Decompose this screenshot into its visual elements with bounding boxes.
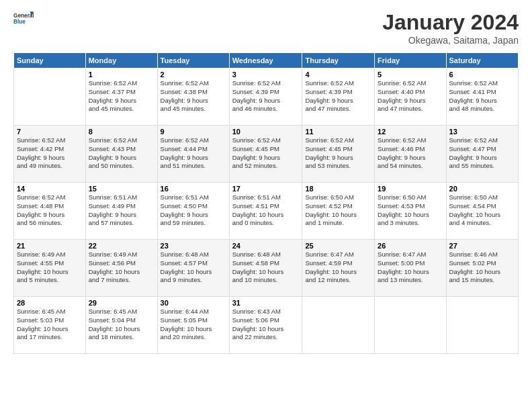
week-row-4: 21Sunrise: 6:49 AMSunset: 4:55 PMDayligh… [14,240,519,297]
day-info: Sunrise: 6:52 AMSunset: 4:48 PMDaylight:… [17,193,83,228]
header-saturday: Saturday [446,53,518,68]
day-number: 15 [89,185,154,193]
day-cell: 9Sunrise: 6:52 AMSunset: 4:44 PMDaylight… [157,126,229,183]
day-cell: 6Sunrise: 6:52 AMSunset: 4:41 PMDaylight… [446,68,518,126]
svg-text:Blue: Blue [13,19,26,25]
day-info: Sunrise: 6:45 AMSunset: 5:03 PMDaylight:… [17,308,83,342]
day-info: Sunrise: 6:52 AMSunset: 4:38 PMDaylight:… [161,79,226,113]
day-number: 19 [378,185,443,193]
day-cell: 14Sunrise: 6:52 AMSunset: 4:48 PMDayligh… [14,183,86,240]
day-cell: 25Sunrise: 6:47 AMSunset: 4:59 PMDayligh… [302,240,375,297]
day-info: Sunrise: 6:47 AMSunset: 5:00 PMDaylight:… [378,250,443,285]
day-cell: 29Sunrise: 6:45 AMSunset: 5:04 PMDayligh… [85,297,157,354]
day-cell: 4Sunrise: 6:52 AMSunset: 4:39 PMDaylight… [302,68,375,126]
day-number: 9 [161,128,226,136]
day-number: 6 [449,71,515,79]
day-cell: 18Sunrise: 6:50 AMSunset: 4:52 PMDayligh… [302,183,375,240]
day-cell: 12Sunrise: 6:52 AMSunset: 4:46 PMDayligh… [375,126,446,183]
header-thursday: Thursday [302,53,375,68]
day-cell: 16Sunrise: 6:51 AMSunset: 4:50 PMDayligh… [157,183,229,240]
day-cell: 23Sunrise: 6:48 AMSunset: 4:57 PMDayligh… [157,240,229,297]
day-number: 20 [449,185,515,193]
day-cell: 28Sunrise: 6:45 AMSunset: 5:03 PMDayligh… [14,297,86,354]
day-cell: 20Sunrise: 6:50 AMSunset: 4:54 PMDayligh… [446,183,518,240]
day-number: 7 [17,128,83,136]
logo: General Blue [13,10,34,30]
day-info: Sunrise: 6:52 AMSunset: 4:45 PMDaylight:… [305,136,371,171]
month-title: January 2024 [382,10,519,35]
week-row-2: 7Sunrise: 6:52 AMSunset: 4:42 PMDaylight… [14,126,519,183]
day-number: 12 [378,128,443,136]
day-number: 18 [305,185,371,193]
header-wednesday: Wednesday [229,53,302,68]
day-cell: 21Sunrise: 6:49 AMSunset: 4:55 PMDayligh… [14,240,86,297]
day-info: Sunrise: 6:52 AMSunset: 4:43 PMDaylight:… [89,136,154,171]
day-number: 25 [305,242,371,250]
day-info: Sunrise: 6:49 AMSunset: 4:56 PMDaylight:… [89,250,154,285]
day-info: Sunrise: 6:50 AMSunset: 4:54 PMDaylight:… [449,193,515,228]
day-cell: 10Sunrise: 6:52 AMSunset: 4:45 PMDayligh… [229,126,302,183]
day-number: 31 [232,299,300,307]
day-number: 14 [17,185,83,193]
header-friday: Friday [375,53,446,68]
day-info: Sunrise: 6:52 AMSunset: 4:44 PMDaylight:… [161,136,226,171]
day-info: Sunrise: 6:52 AMSunset: 4:41 PMDaylight:… [449,79,515,113]
day-number: 1 [89,71,154,79]
day-number: 4 [305,71,371,79]
day-number: 5 [378,71,443,79]
day-number: 28 [17,299,83,307]
location: Okegawa, Saitama, Japan [382,35,519,46]
day-cell: 7Sunrise: 6:52 AMSunset: 4:42 PMDaylight… [14,126,86,183]
day-info: Sunrise: 6:49 AMSunset: 4:55 PMDaylight:… [17,250,83,285]
day-cell: 24Sunrise: 6:48 AMSunset: 4:58 PMDayligh… [229,240,302,297]
day-cell: 13Sunrise: 6:52 AMSunset: 4:47 PMDayligh… [446,126,518,183]
day-cell: 8Sunrise: 6:52 AMSunset: 4:43 PMDaylight… [85,126,157,183]
day-info: Sunrise: 6:52 AMSunset: 4:40 PMDaylight:… [378,79,443,113]
day-cell [14,68,86,126]
day-cell [446,297,518,354]
day-info: Sunrise: 6:50 AMSunset: 4:52 PMDaylight:… [305,193,371,228]
day-info: Sunrise: 6:52 AMSunset: 4:37 PMDaylight:… [89,79,154,113]
day-cell: 30Sunrise: 6:44 AMSunset: 5:05 PMDayligh… [157,297,229,354]
day-cell: 3Sunrise: 6:52 AMSunset: 4:39 PMDaylight… [229,68,302,126]
day-number: 29 [89,299,154,307]
day-info: Sunrise: 6:44 AMSunset: 5:05 PMDaylight:… [161,308,226,342]
day-number: 26 [378,242,443,250]
header-sunday: Sunday [14,53,86,68]
day-info: Sunrise: 6:52 AMSunset: 4:47 PMDaylight:… [449,136,515,171]
header-monday: Monday [85,53,157,68]
calendar-table: Sunday Monday Tuesday Wednesday Thursday… [13,52,519,354]
week-row-1: 1Sunrise: 6:52 AMSunset: 4:37 PMDaylight… [14,68,519,126]
day-info: Sunrise: 6:52 AMSunset: 4:46 PMDaylight:… [378,136,443,171]
day-cell: 1Sunrise: 6:52 AMSunset: 4:37 PMDaylight… [85,68,157,126]
day-info: Sunrise: 6:46 AMSunset: 5:02 PMDaylight:… [449,250,515,285]
day-info: Sunrise: 6:51 AMSunset: 4:49 PMDaylight:… [89,193,154,228]
calendar-header-row: Sunday Monday Tuesday Wednesday Thursday… [14,53,519,68]
day-number: 27 [449,242,515,250]
title-block: January 2024 Okegawa, Saitama, Japan [382,10,519,46]
day-cell: 26Sunrise: 6:47 AMSunset: 5:00 PMDayligh… [375,240,446,297]
day-info: Sunrise: 6:52 AMSunset: 4:39 PMDaylight:… [305,79,371,113]
header-tuesday: Tuesday [157,53,229,68]
day-info: Sunrise: 6:43 AMSunset: 5:06 PMDaylight:… [232,308,300,342]
week-row-5: 28Sunrise: 6:45 AMSunset: 5:03 PMDayligh… [14,297,519,354]
page-header: General Blue January 2024 Okegawa, Saita… [13,10,519,46]
day-cell [302,297,375,354]
day-number: 22 [89,242,154,250]
day-cell: 11Sunrise: 6:52 AMSunset: 4:45 PMDayligh… [302,126,375,183]
day-info: Sunrise: 6:52 AMSunset: 4:45 PMDaylight:… [232,136,300,171]
week-row-3: 14Sunrise: 6:52 AMSunset: 4:48 PMDayligh… [14,183,519,240]
day-info: Sunrise: 6:47 AMSunset: 4:59 PMDaylight:… [305,250,371,285]
day-cell: 31Sunrise: 6:43 AMSunset: 5:06 PMDayligh… [229,297,302,354]
day-cell: 15Sunrise: 6:51 AMSunset: 4:49 PMDayligh… [85,183,157,240]
day-info: Sunrise: 6:51 AMSunset: 4:51 PMDaylight:… [232,193,300,228]
day-number: 8 [89,128,154,136]
day-number: 21 [17,242,83,250]
day-info: Sunrise: 6:48 AMSunset: 4:57 PMDaylight:… [161,250,226,285]
day-cell: 2Sunrise: 6:52 AMSunset: 4:38 PMDaylight… [157,68,229,126]
day-number: 13 [449,128,515,136]
day-cell: 19Sunrise: 6:50 AMSunset: 4:53 PMDayligh… [375,183,446,240]
day-info: Sunrise: 6:51 AMSunset: 4:50 PMDaylight:… [161,193,226,228]
day-info: Sunrise: 6:52 AMSunset: 4:42 PMDaylight:… [17,136,83,171]
day-number: 11 [305,128,371,136]
